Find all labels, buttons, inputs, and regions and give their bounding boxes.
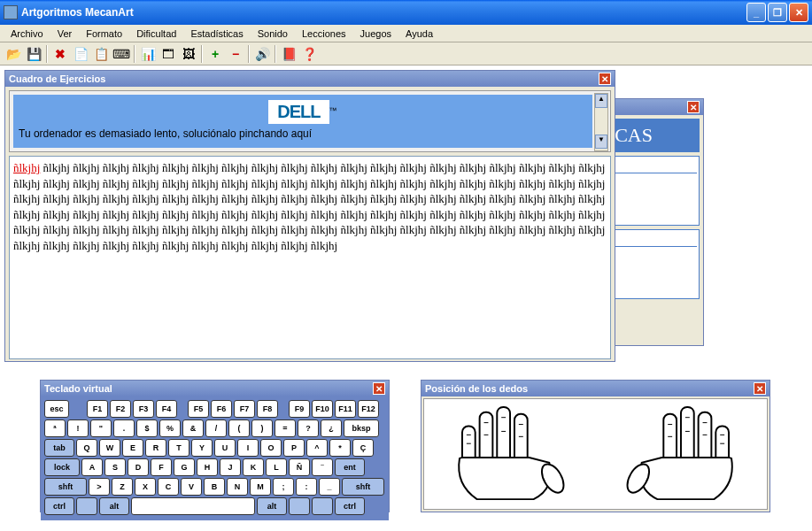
minimize-button[interactable]: _ [746, 3, 766, 22]
key-r4-5[interactable]: B [204, 478, 225, 496]
menu-estadisticas[interactable]: Estadísticas [183, 27, 250, 41]
key-f11[interactable]: F11 [335, 400, 356, 418]
open-icon[interactable]: 📂 [4, 44, 23, 64]
ad-banner[interactable]: DELL™ Tu ordenador es demasiado lento, s… [9, 90, 611, 152]
sound-icon[interactable]: 🔊 [252, 44, 272, 64]
key-r1-11[interactable]: ? [298, 419, 319, 437]
key-l[interactable]: L [266, 458, 287, 476]
key-win-l[interactable] [76, 497, 97, 515]
help-icon[interactable]: ❓ [299, 44, 319, 64]
save-icon[interactable]: 💾 [24, 44, 43, 64]
window-icon[interactable]: 🗔 [159, 44, 178, 64]
menu-archivo[interactable]: Archivo [4, 27, 50, 41]
key-d[interactable]: D [128, 458, 149, 476]
book-icon[interactable]: 📕 [279, 44, 298, 64]
key-ctrl-r[interactable]: ctrl [335, 497, 365, 515]
key-shift-l[interactable]: shft [44, 478, 87, 496]
menu-dificultad[interactable]: Dificultad [129, 27, 183, 41]
keyboard-icon[interactable]: ⌨ [112, 44, 131, 64]
key-a[interactable]: A [81, 458, 103, 476]
key-f8[interactable]: F8 [257, 400, 278, 418]
key-r4-8[interactable]: ; [273, 478, 294, 496]
key-^[interactable]: ^ [306, 439, 328, 457]
key-ñ[interactable]: Ñ [289, 458, 310, 476]
key-f1[interactable]: F1 [87, 400, 108, 418]
image-icon[interactable]: 🖼 [179, 44, 198, 64]
key-f12[interactable]: F12 [358, 400, 379, 418]
key-r1-9[interactable]: ) [251, 419, 273, 437]
menu-ayuda[interactable]: Ayuda [398, 27, 440, 41]
exercise-text[interactable]: ñlkjhj ñlkjhj ñlkjhj ñlkjhj ñlkjhj ñlkjh… [9, 156, 611, 359]
menu-ver[interactable]: Ver [50, 27, 80, 41]
key-w[interactable]: W [99, 439, 120, 457]
menu-juegos[interactable]: Juegos [353, 27, 398, 41]
key-r1-5[interactable]: % [159, 419, 181, 437]
chart-icon[interactable]: 📊 [138, 44, 158, 64]
menu-sonido[interactable]: Sonido [251, 27, 295, 41]
plus-icon[interactable]: + [205, 44, 225, 64]
stats-close-icon[interactable]: ✕ [687, 101, 700, 113]
key-shift-r[interactable]: shft [342, 478, 384, 496]
key-f7[interactable]: F7 [234, 400, 255, 418]
key-r1-12[interactable]: ¿ [321, 419, 342, 437]
key-u[interactable]: U [214, 439, 236, 457]
key-i[interactable]: I [237, 439, 259, 457]
key-win-r[interactable] [289, 497, 310, 515]
key-e[interactable]: E [122, 439, 143, 457]
key-r4-2[interactable]: X [135, 478, 156, 496]
key-f2[interactable]: F2 [110, 400, 131, 418]
minus-icon[interactable]: − [226, 44, 245, 64]
key-r1-8[interactable]: ( [228, 419, 250, 437]
hands-close-icon[interactable]: ✕ [754, 382, 766, 395]
key-esc[interactable]: esc [44, 400, 69, 418]
key-h[interactable]: H [197, 458, 218, 476]
key-*[interactable]: * [329, 439, 351, 457]
key-menu[interactable] [312, 497, 333, 515]
key-q[interactable]: Q [76, 439, 97, 457]
key-ccedil[interactable]: Ç [352, 439, 374, 457]
list-icon[interactable]: 📋 [91, 44, 111, 64]
key-r4-10[interactable]: _ [319, 478, 340, 496]
close-button[interactable]: ✕ [789, 3, 808, 22]
key-j[interactable]: J [220, 458, 241, 476]
key-¨[interactable]: ¨ [312, 458, 333, 476]
key-r[interactable]: R [145, 439, 166, 457]
key-o[interactable]: O [260, 439, 282, 457]
key-r4-1[interactable]: Z [112, 478, 133, 496]
menu-formato[interactable]: Formato [79, 27, 129, 41]
keyboard-close-icon[interactable]: ✕ [373, 382, 385, 395]
key-f9[interactable]: F9 [289, 400, 310, 418]
key-r1-1[interactable]: ! [67, 419, 89, 437]
key-alt-l[interactable]: alt [99, 497, 129, 515]
doc-icon[interactable]: 📄 [71, 44, 90, 64]
key-lock[interactable]: lock [44, 458, 80, 476]
key-r4-4[interactable]: V [181, 478, 202, 496]
key-r4-0[interactable]: > [89, 478, 110, 496]
key-f4[interactable]: F4 [156, 400, 177, 418]
key-f3[interactable]: F3 [133, 400, 154, 418]
menu-lecciones[interactable]: Lecciones [295, 27, 353, 41]
key-p[interactable]: P [283, 439, 305, 457]
key-ctrl-l[interactable]: ctrl [44, 497, 74, 515]
key-r1-7[interactable]: / [205, 419, 227, 437]
exercise-close-icon[interactable]: ✕ [599, 73, 611, 85]
key-s[interactable]: S [104, 458, 126, 476]
key-r4-7[interactable]: M [250, 478, 271, 496]
key-f6[interactable]: F6 [211, 400, 232, 418]
key-r1-6[interactable]: & [182, 419, 204, 437]
key-r4-3[interactable]: C [158, 478, 179, 496]
key-f5[interactable]: F5 [188, 400, 209, 418]
key-space[interactable] [131, 497, 255, 515]
key-g[interactable]: G [174, 458, 195, 476]
key-r1-4[interactable]: $ [136, 419, 158, 437]
key-f[interactable]: F [151, 458, 172, 476]
key-k[interactable]: K [243, 458, 264, 476]
maximize-button[interactable]: ❐ [768, 3, 787, 22]
ad-scrollbar[interactable]: ▲ ▼ [594, 93, 608, 151]
key-y[interactable]: Y [191, 439, 213, 457]
key-r4-6[interactable]: N [227, 478, 248, 496]
key-r1-2[interactable]: " [90, 419, 112, 437]
delete-icon[interactable]: ✖ [50, 44, 70, 64]
key-alt-r[interactable]: alt [257, 497, 287, 515]
key-bksp[interactable]: bksp [344, 419, 379, 437]
